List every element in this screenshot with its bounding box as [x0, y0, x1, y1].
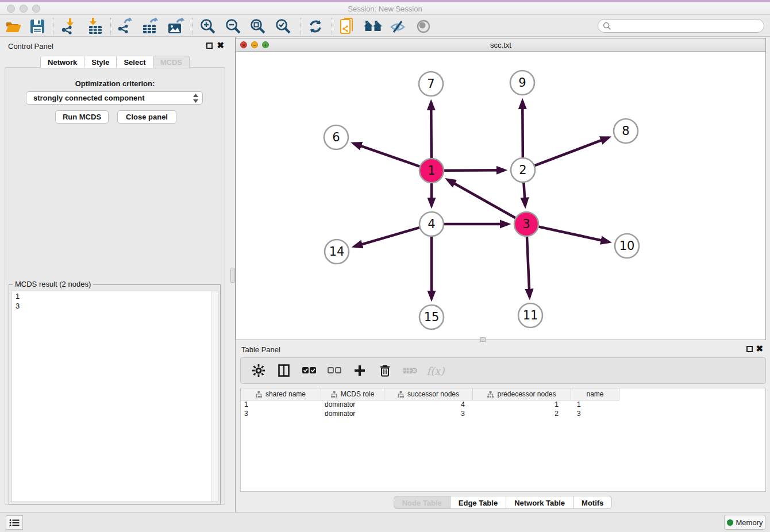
cell-predecessor-nodes[interactable]: 2: [473, 410, 571, 419]
network-view-window: ✕ – + scc.txt 1234678910111415: [236, 38, 766, 340]
column-header-successor-nodes[interactable]: successor nodes: [384, 388, 473, 400]
cell-successor-nodes[interactable]: 4: [384, 400, 473, 410]
search-input[interactable]: [611, 22, 755, 30]
tab-network-table[interactable]: Network Table: [506, 496, 573, 509]
edge-1-6[interactable]: [353, 144, 419, 167]
network-canvas[interactable]: 1234678910111415: [236, 52, 765, 340]
network-window-titlebar: ✕ – + scc.txt: [236, 38, 765, 52]
titlebar: Session: New Session: [0, 0, 770, 15]
edge-4-14[interactable]: [355, 228, 419, 246]
select-all-icon: [302, 367, 316, 375]
node-table[interactable]: shared nameMCDS rolesuccessor nodesprede…: [240, 388, 766, 492]
vertical-splitter[interactable]: [230, 37, 236, 512]
edge-2-3[interactable]: [523, 183, 525, 206]
cell-shared-name[interactable]: 1: [241, 400, 321, 410]
import-table-button[interactable]: [84, 17, 106, 36]
table-settings-button[interactable]: [250, 362, 267, 379]
column-header-mcds-role[interactable]: MCDS role: [321, 388, 384, 400]
refresh-layout-button[interactable]: [305, 17, 326, 36]
result-item[interactable]: 3: [11, 301, 218, 311]
zoom-selected-icon: [275, 18, 291, 34]
table-body: 1dominator4113dominator323: [241, 400, 765, 419]
deselect-all-button[interactable]: [326, 362, 343, 379]
eye-slash-icon: [389, 19, 406, 34]
export-network-icon: [117, 18, 134, 35]
tab-network[interactable]: Network: [40, 56, 84, 68]
column-header-predecessor-nodes[interactable]: predecessor nodes: [473, 388, 571, 400]
close-table-panel-icon[interactable]: ✖: [756, 344, 763, 353]
add-row-button[interactable]: [351, 362, 368, 379]
edge-1-2[interactable]: [444, 170, 505, 171]
table-panel-title: Table Panel: [241, 345, 280, 354]
cell-shared-name[interactable]: 3: [241, 410, 321, 419]
cell-mcds-role[interactable]: dominator: [321, 400, 384, 410]
column-header-label: predecessor nodes: [497, 390, 556, 398]
show-panel-button[interactable]: [413, 17, 434, 36]
edge-3-10[interactable]: [538, 227, 609, 242]
tab-mcds[interactable]: MCDS: [153, 56, 190, 68]
hide-panel-button[interactable]: [387, 17, 409, 36]
edge-3-1[interactable]: [448, 180, 515, 218]
export-table-icon: [141, 18, 160, 35]
mcds-result-list[interactable]: 13: [11, 291, 218, 502]
table-row[interactable]: 3dominator323: [241, 410, 765, 419]
home-button[interactable]: [362, 17, 384, 36]
edge-2-8[interactable]: [535, 137, 609, 165]
result-item[interactable]: 1: [11, 291, 218, 301]
memory-button[interactable]: Memory: [724, 515, 765, 530]
cell-predecessor-nodes[interactable]: 1: [473, 400, 571, 410]
column-visibility-button[interactable]: [275, 362, 292, 379]
zoom-in-button[interactable]: [197, 17, 219, 36]
toolbar-separator: [192, 18, 192, 35]
edge-3-11[interactable]: [527, 237, 530, 297]
tab-select[interactable]: Select: [117, 56, 153, 68]
node-label-14: 14: [329, 245, 345, 259]
import-network-icon: [60, 18, 78, 35]
column-header-name[interactable]: name: [571, 388, 619, 400]
search-box[interactable]: [598, 19, 764, 33]
float-panel-icon[interactable]: [206, 43, 213, 49]
tab-motifs[interactable]: Motifs: [573, 496, 612, 509]
network-graph[interactable]: 1234678910111415: [236, 52, 765, 340]
result-scrollbar[interactable]: [211, 291, 218, 502]
cell-name[interactable]: 3: [571, 410, 619, 419]
tab-style[interactable]: Style: [84, 56, 117, 68]
edge-2-9[interactable]: [522, 101, 523, 157]
zoom-fit-icon: [250, 18, 266, 34]
tab-node-table[interactable]: Node Table: [394, 496, 451, 509]
import-network-button[interactable]: [58, 17, 80, 36]
delete-row-button[interactable]: [376, 362, 394, 379]
export-network-button[interactable]: [114, 17, 136, 36]
close-panel-icon[interactable]: ✖: [217, 41, 224, 50]
function-builder-button[interactable]: f(x): [427, 362, 444, 379]
cell-successor-nodes[interactable]: 3: [384, 410, 473, 419]
float-table-panel-icon[interactable]: [746, 346, 753, 352]
tab-edge-table[interactable]: Edge Table: [451, 496, 506, 509]
run-mcds-button[interactable]: Run MCDS: [55, 110, 109, 124]
delete-column-button[interactable]: [402, 362, 419, 379]
cell-name[interactable]: 1: [571, 400, 619, 410]
task-history-button[interactable]: [6, 515, 23, 530]
optimization-criterion-label: Optimization criterion:: [5, 79, 225, 88]
zoom-fit-button[interactable]: [247, 17, 269, 36]
main-toolbar: [0, 16, 770, 37]
eye-icon: [415, 19, 432, 34]
export-image-button[interactable]: [165, 17, 187, 36]
zoom-out-button[interactable]: [222, 17, 244, 36]
open-session-button[interactable]: [2, 17, 24, 36]
toolbar-separator: [332, 18, 332, 35]
export-table-button[interactable]: [140, 17, 161, 36]
select-all-button[interactable]: [301, 362, 318, 379]
criterion-dropdown[interactable]: strongly connected component: [26, 91, 203, 105]
save-session-button[interactable]: [26, 17, 48, 36]
close-panel-button[interactable]: Close panel: [117, 110, 176, 124]
column-header-shared-name[interactable]: shared name: [241, 388, 321, 400]
splitter-grip[interactable]: [230, 268, 235, 283]
table-row[interactable]: 1dominator411: [241, 400, 765, 410]
cell-mcds-role[interactable]: dominator: [321, 410, 384, 419]
zoom-selected-button[interactable]: [272, 17, 294, 36]
horizontal-splitter-grip[interactable]: [480, 337, 486, 342]
node-label-3: 3: [522, 217, 530, 231]
clone-network-button[interactable]: [337, 17, 359, 36]
edge-1-7[interactable]: [431, 102, 432, 158]
